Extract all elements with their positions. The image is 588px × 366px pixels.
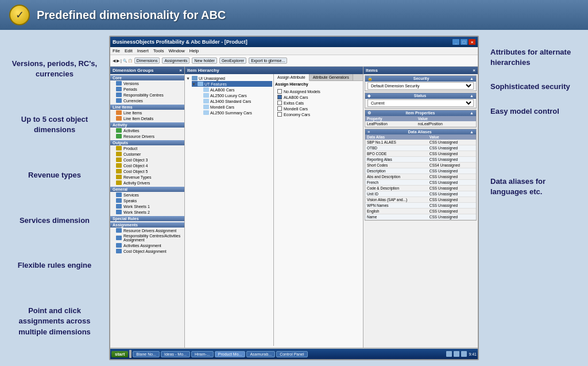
lock-icon: 🔒 (368, 76, 373, 81)
item-currencies[interactable]: Currencies (110, 98, 184, 103)
item-activities[interactable]: Activities (110, 128, 184, 133)
icon (203, 93, 209, 98)
tree-child-features: ▼ UT Features ALAB00 Cars (192, 81, 272, 115)
section-general-header[interactable]: General (110, 187, 184, 192)
alias-cell: Unit ID (365, 191, 428, 197)
taskbar-item-3[interactable]: Product Mo... (215, 351, 246, 357)
assign-item-3[interactable]: Monde8 Cars (275, 106, 362, 111)
item-properties-header[interactable]: ⚙ Item Properties ▲ (365, 110, 476, 116)
tree-item-al2500-luxury[interactable]: AL2500 Luxury Cars (198, 93, 272, 98)
tree-item-monde8[interactable]: Monde8 Cars (198, 104, 272, 110)
status-section-header[interactable]: ◆ Status ▲ (365, 93, 476, 99)
item-line-item-details[interactable]: Line Item Details (110, 115, 184, 121)
item-customer[interactable]: Customer (110, 151, 184, 157)
assign-item-0[interactable]: No Assigned Models (275, 88, 362, 94)
security-dropdown[interactable]: Default Dimension Security (368, 82, 474, 90)
maximize-button[interactable]: □ (461, 39, 467, 45)
section-line-items-header[interactable]: Line Items (110, 105, 184, 110)
section-general: General Services Speaks Work Sheets 1 Wo… (110, 187, 184, 215)
toolbar-assignments[interactable]: Assignments (162, 57, 189, 64)
menu-edit[interactable]: Edit (125, 48, 133, 53)
item-worksheets-1[interactable]: Work Sheets 1 (110, 203, 184, 209)
tree-item-al3400[interactable]: AL3400 Standard Cars (198, 98, 272, 104)
security-section-header[interactable]: 🔒 Security ▲ (365, 76, 476, 82)
alias-value-cell: CSS Unassigned (428, 140, 476, 145)
val-cell: noLeafPosition (416, 121, 476, 127)
taskbar-item-1[interactable]: Ideas - Mo... (161, 351, 190, 357)
item-line-items[interactable]: Line Items (110, 110, 184, 115)
item-cost-object-4[interactable]: Cost Object 4 (110, 163, 184, 168)
item-cost-object-assignment[interactable]: Cost Object Assignment (110, 248, 184, 254)
window-body: Dimension Groups × Core Versions Periods… (110, 67, 478, 348)
expand-icon[interactable]: ▼ (192, 82, 196, 86)
alias-row: Code & DescriptionCSS Unassigned (365, 186, 476, 191)
tree-item-root[interactable]: ▼ UI Unassigned (186, 75, 272, 81)
menu-insert[interactable]: Insert (137, 48, 149, 53)
taskbar-item-2[interactable]: Hiram-... (191, 351, 214, 357)
checkbox-2[interactable] (277, 101, 282, 105)
app-header: ✓ Predefined dimensionality for ABC (0, 0, 588, 30)
alias-value-cell: CSS Unassigned (428, 151, 476, 157)
tree-expand-icon[interactable]: ▼ (186, 76, 191, 80)
tree-sub-items: ALAB00 Cars AL2500 Luxury Cars (198, 87, 272, 115)
minimize-button[interactable]: _ (452, 39, 459, 45)
label-security: Sophisticated security (490, 82, 582, 92)
item-rc-activities-assignment[interactable]: Responsibility Centres/Activities Assign… (110, 233, 184, 242)
item-resource-drivers[interactable]: Resource Drivers (110, 133, 184, 139)
menu-tools[interactable]: Tools (153, 48, 164, 53)
section-assignments-header[interactable]: Assignments (110, 222, 184, 228)
alias-col-header: Data Alias (365, 134, 428, 140)
tab-attribute-generators[interactable]: Attribute Generators (310, 74, 353, 80)
item-worksheets-2[interactable]: Work Sheets 2 (110, 209, 184, 215)
toolbar-dimensions[interactable]: Dimensions (134, 57, 160, 64)
window-controls[interactable]: _ □ × (452, 39, 475, 45)
item-services[interactable]: Services (110, 192, 184, 198)
alias-value-cell: CSS Unassigned (428, 174, 476, 180)
item-properties-table: Property Value LeafPosition noLeafPositi… (365, 116, 476, 127)
taskbar: start Blane No... Ideas - Mo... Hiram-..… (110, 349, 478, 359)
item-periods[interactable]: Periods (110, 86, 184, 92)
taskbar-item-5[interactable]: Control Panel (276, 351, 307, 357)
data-aliases-header[interactable]: ≡ Data Aliases ▲ (365, 129, 476, 134)
menu-help[interactable]: Help (189, 48, 199, 53)
section-core-header[interactable]: Core (110, 75, 184, 80)
item-cost-object-5[interactable]: Cost Object 5 (110, 168, 184, 174)
item-versions[interactable]: Versions (110, 80, 184, 86)
item-hierarchy-header: Item Hierarchy (185, 67, 363, 74)
taskbar-item-0[interactable]: Blane No... (133, 351, 160, 357)
item-product[interactable]: Product (110, 145, 184, 151)
tab-assign-attribute[interactable]: Assign Attribute (274, 74, 310, 81)
tree-item-ut-features[interactable]: ▼ UT Features (192, 81, 272, 87)
assign-item-4[interactable]: Economy Cars (275, 111, 362, 117)
tree-item-alab00[interactable]: ALAB00 Cars (198, 87, 272, 93)
assign-item-1[interactable]: ALAB00 Cars (275, 94, 362, 100)
toolbar-new-holder[interactable]: New holder (192, 57, 216, 64)
checkbox-0[interactable] (277, 89, 282, 94)
properties-header: Items × (363, 67, 478, 74)
item-resource-drivers-assignment[interactable]: Resource Drivers Assignment (110, 228, 184, 233)
section-special-rules-header[interactable]: Special Rules (110, 216, 184, 221)
checkbox-3[interactable] (277, 106, 282, 111)
section-activity-header[interactable]: Activity (110, 122, 184, 128)
checkbox-4[interactable] (277, 112, 282, 117)
status-dropdown[interactable]: Current (368, 99, 474, 107)
item-activities-assignment[interactable]: Activities Assignment (110, 242, 184, 248)
main-content: Versions, periods, RC's, currencies Up t… (0, 30, 588, 366)
item-speaks[interactable]: Speaks (110, 198, 184, 203)
close-button[interactable]: × (469, 39, 475, 45)
menu-window[interactable]: Window (168, 48, 184, 53)
item-activity-drivers[interactable]: Activity Drivers (110, 180, 184, 186)
menu-file[interactable]: File (113, 48, 120, 53)
taskbar-item-4[interactable]: Asamurab... (246, 351, 275, 357)
item-revenue-types[interactable]: Revenue Types (110, 174, 184, 180)
status-section: ◆ Status ▲ Current (365, 93, 477, 109)
checkbox-1[interactable] (277, 95, 282, 99)
section-outputs-header[interactable]: Outputs (110, 140, 184, 145)
toolbar-export[interactable]: Export to gbrmse... (249, 57, 287, 64)
toolbar-geo-explorer[interactable]: GeoExplorer (219, 57, 246, 64)
tree-item-al2500-summary[interactable]: AL2500 Summary Cars (198, 110, 272, 115)
start-button[interactable]: start (111, 351, 128, 357)
item-cost-object-3[interactable]: Cost Object 3 (110, 157, 184, 163)
assign-item-2[interactable]: Exitss Cats (275, 100, 362, 106)
item-rc[interactable]: Responsibility Centres (110, 92, 184, 98)
